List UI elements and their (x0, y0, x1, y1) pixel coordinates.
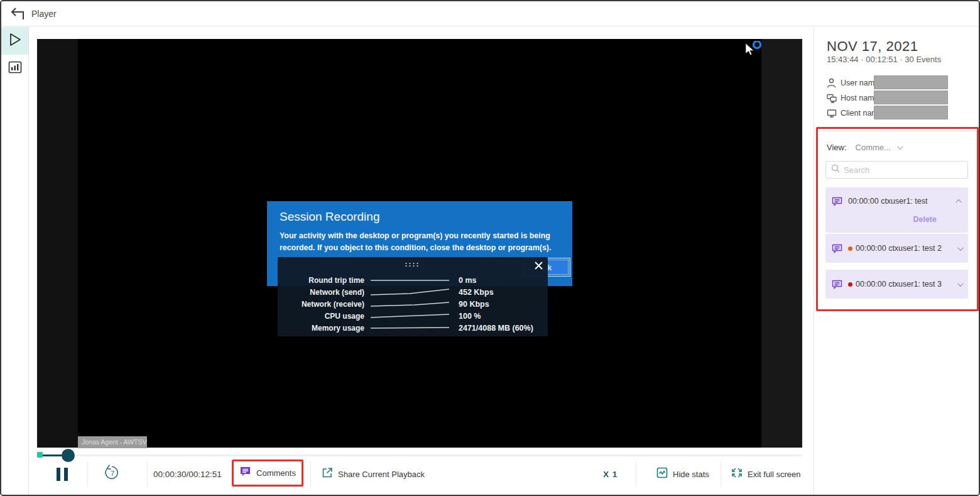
playback-time: 00:00:30/00:12:51 (153, 461, 222, 487)
user-name-field: User name: (827, 76, 881, 90)
client-monitor-icon (827, 109, 837, 118)
comment-text: 00:00:00 ctxuser1: test (848, 197, 957, 206)
search-icon (831, 164, 840, 175)
divider (721, 461, 721, 487)
divider (310, 461, 311, 487)
event-marker[interactable] (37, 452, 43, 458)
view-dropdown[interactable]: View: Comme... (827, 143, 901, 152)
comment-3-header[interactable]: 00:00:00 ctxuser1: test 3 (825, 270, 968, 299)
pause-button[interactable] (57, 461, 72, 487)
view-label: View: (827, 143, 847, 152)
divider (636, 461, 636, 487)
view-selected-value: Comme... (856, 143, 891, 152)
video-right-region (761, 39, 802, 448)
sparkline-cpu (371, 312, 449, 321)
chevron-down-icon[interactable] (957, 280, 964, 287)
sidebar-item-playback[interactable] (1, 27, 28, 55)
share-current-playback-button[interactable]: Share Current Playback (322, 461, 425, 487)
comment-item-2: 00:00:00 ctxuser1: test 2 (825, 234, 968, 263)
user-name-redacted-value (874, 75, 948, 89)
comment-bubble-icon (832, 280, 842, 289)
stat-row-cpu: CPU usage 100 % (278, 310, 548, 322)
stats-rows: Round trip time 0 ms Network (send) 452 … (278, 275, 548, 334)
divider (87, 461, 88, 487)
sparkline-net-send (371, 288, 449, 297)
chevron-down-icon (897, 143, 903, 150)
playback-controls-bar: 7 00:00:30/00:12:51 Comments (37, 461, 802, 488)
exit-fullscreen-icon (731, 467, 743, 481)
stat-row-memory: Memory usage 2471/4088 MB (60%) (278, 322, 548, 334)
comments-icon (239, 466, 251, 480)
playback-speed[interactable]: X 1 (603, 461, 618, 487)
comment-2-header[interactable]: 00:00:00 ctxuser1: test 2 (825, 234, 968, 263)
dialog-title: Session Recording (280, 210, 379, 224)
seek-knob[interactable] (62, 449, 75, 462)
page-title: Player (31, 9, 57, 19)
user-icon (827, 78, 837, 88)
video-viewport: Session Recording Your activity with the… (37, 39, 802, 448)
comment-item-1: 00:00:00 ctxuser1: test Delete (825, 187, 968, 233)
share-icon (322, 467, 333, 481)
svg-text:7: 7 (111, 470, 114, 477)
comment-text: 00:00:00 ctxuser1: test 3 (856, 280, 957, 289)
seek-bar[interactable] (37, 450, 802, 461)
rewind-7-icon: 7 (103, 464, 121, 484)
drag-handle-icon[interactable] (406, 263, 420, 267)
session-details-panel: NOV 17, 2021 15:43:44 · 00:12:51 · 30 Ev… (814, 27, 980, 495)
left-sidebar (1, 27, 29, 495)
pause-icon (57, 468, 60, 481)
close-icon[interactable] (533, 260, 544, 271)
sparkline-memory (371, 324, 449, 333)
sidebar-item-statistics[interactable] (1, 55, 28, 82)
bar-chart-window-icon (8, 61, 22, 76)
client-name-redacted-value (874, 106, 948, 119)
recorded-taskbar-item: Jonas Agent - AWTSVD... (78, 436, 147, 448)
session-date: NOV 17, 2021 (827, 38, 918, 55)
dialog-body-text: Your activity with the desktop or progra… (280, 230, 562, 254)
stat-row-net-send: Network (send) 452 Kbps (278, 287, 548, 299)
host-name-redacted-value (874, 91, 948, 104)
hide-stats-button[interactable]: Hide stats (656, 461, 709, 487)
search-input[interactable] (844, 165, 962, 175)
panel-divider (818, 131, 977, 131)
sparkline-net-receive (371, 300, 449, 309)
delete-comment-link[interactable]: Delete (913, 215, 937, 231)
exit-full-screen-button[interactable]: Exit full screen (731, 461, 801, 487)
divider (147, 461, 148, 487)
chevron-down-icon[interactable] (957, 245, 964, 251)
comment-text: 00:00:00 ctxuser1: test 2 (856, 244, 957, 253)
comments-button[interactable]: Comments (232, 460, 303, 487)
host-name-field: Host name: (827, 91, 881, 105)
seek-track[interactable] (37, 455, 802, 456)
comment-1-actions: Delete (825, 215, 968, 231)
host-icon (827, 94, 837, 103)
comment-severity-dot (848, 282, 852, 287)
stat-row-rtt: Round trip time 0 ms (278, 275, 548, 287)
stats-waveform-icon (656, 467, 668, 481)
top-bar: Player (1, 1, 980, 26)
comment-1-header[interactable]: 00:00:00 ctxuser1: test (825, 187, 968, 215)
rewind-7-button[interactable]: 7 (103, 461, 121, 487)
stat-row-net-receive: Network (receive) 90 Kbps (278, 299, 548, 311)
sparkline-rtt (371, 276, 449, 285)
back-button[interactable] (9, 7, 25, 21)
play-icon (8, 32, 22, 50)
search-box[interactable] (825, 161, 968, 179)
session-stats-overlay: Round trip time 0 ms Network (send) 452 … (278, 257, 548, 336)
video-left-region (37, 39, 78, 448)
session-meta: 15:43:44 · 00:12:51 · 30 Events (827, 55, 941, 64)
comment-severity-dot (848, 246, 852, 251)
comment-bubble-icon (832, 244, 842, 253)
comment-item-3: 00:00:00 ctxuser1: test 3 (825, 270, 968, 299)
session-recording-player-window: Player Session (0, 0, 980, 496)
comment-bubble-icon (832, 197, 842, 206)
mouse-cursor-with-busy-ring (744, 41, 762, 58)
